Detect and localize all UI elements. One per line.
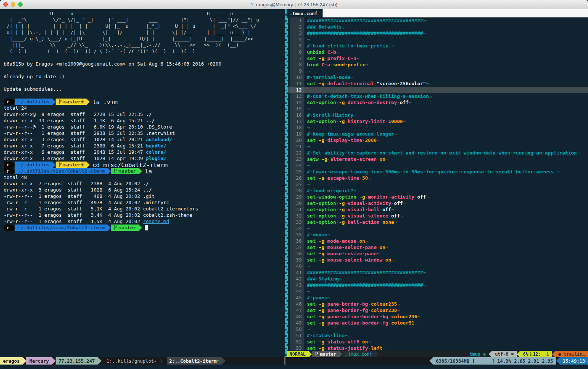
vim-line[interactable]: 7set·-g·prefix·C-a¬ xyxy=(287,55,588,62)
vim-line[interactable]: 34¬ xyxy=(287,225,588,232)
eol-marker: ¬ xyxy=(350,74,353,80)
vim-line[interactable]: 51#·status·line¬ xyxy=(287,332,588,339)
vim-tab-tmux-conf[interactable]: .tmux.conf xyxy=(287,9,323,17)
vim-line[interactable]: 5#·bind·ctrl+a·to·tmux·prefix.¬ xyxy=(287,43,588,49)
vim-line[interactable]: 49set·-g·pane-active-border-fg·colour51¬ xyxy=(287,320,588,326)
vim-line[interactable]: 21¬ xyxy=(287,143,588,150)
line-number: 44 xyxy=(290,288,304,295)
vim-line[interactable]: 14set-option·-g·detach-on-destroy·off¬ xyxy=(287,99,588,106)
prompt-arrow-segment: ↑ xyxy=(4,168,12,174)
vim-line[interactable]: 38set·-g·mouse-resize-pane¬ xyxy=(287,250,588,257)
terminal-area: ____ U ___ u _____ _____ _ U _____ u ___… xyxy=(0,9,588,369)
vim-buffer[interactable]: 1#######################################… xyxy=(287,17,588,351)
vim-line[interactable]: 2###·Defaults.¬ xyxy=(287,24,588,30)
vim-line[interactable]: 10#·terminal·mode¬ xyxy=(287,74,588,80)
line-number: 43 xyxy=(290,282,304,288)
powerline-separator-icon xyxy=(556,357,560,365)
change-sign-icon xyxy=(287,124,290,131)
vim-line[interactable]: 53set·-g·status-justify·left¬ xyxy=(287,345,588,351)
vim-line[interactable]: 18¬ xyxy=(287,124,588,131)
vim-line[interactable]: 6unbind·C-b¬ xyxy=(287,49,588,55)
ls-row: drwxr-xr-x 3 eragos staff 102B 14 Jul 20… xyxy=(4,136,285,143)
vim-line[interactable]: 28#·loud·or·quiet?¬ xyxy=(287,187,588,194)
vim-line[interactable]: 19#·keep·tmux·msgs·around·longer¬ xyxy=(287,131,588,137)
whitespace-dot: · xyxy=(388,320,391,326)
shell-prompt-line: ↑~/.dotfilesmaster±cd misc/Cobalt2-iterm xyxy=(4,162,285,168)
change-sign-icon xyxy=(287,295,290,301)
line-number: 2 xyxy=(290,24,304,30)
ls-row: drwxr-xr-x 7 eragos staff 238B 4 Aug 20:… xyxy=(4,180,285,187)
shell-pane[interactable]: ____ U ___ u _____ _____ _ U _____ u ___… xyxy=(0,9,285,357)
vim-line[interactable]: 33set-option·-g·bell-action·none¬ xyxy=(287,219,588,225)
vim-line[interactable]: 31set-option·-g·visual-bell·off¬ xyxy=(287,206,588,213)
shell-prompt-line[interactable]: ↑~/.dotfiles/misc/Cobalt2-itermmaster xyxy=(4,225,285,231)
vim-line[interactable]: 42###·Styling¬ xyxy=(287,276,588,282)
vim-line[interactable]: 16#·Scroll·History¬ xyxy=(287,112,588,118)
vim-line[interactable]: 35#·mouse¬ xyxy=(287,232,588,238)
vim-line[interactable]: 39set·-g·mouse-select-window·on¬ xyxy=(287,257,588,263)
vim-line[interactable]: 41######################################… xyxy=(287,269,588,276)
vim-line[interactable]: 17set-option·-g·history-limit·10000¬ xyxy=(287,118,588,124)
ls-row-name: colors/ xyxy=(146,149,166,155)
vim-line[interactable]: 36set·-g·mode-mouse·on¬ xyxy=(287,238,588,244)
vim-line[interactable]: 30set-option·-g·visual-activity·off¬ xyxy=(287,200,588,206)
ls-row-name[interactable]: readme.md xyxy=(143,219,169,224)
whitespace-dot: · xyxy=(324,245,327,250)
change-sign-icon xyxy=(287,36,290,43)
code-token: visual-silence xyxy=(348,213,389,219)
vim-line[interactable]: 47set·-g·pane-border-fg·colour238¬ xyxy=(287,307,588,313)
code-token: C-b xyxy=(327,49,336,55)
line-number: 42 xyxy=(290,276,304,282)
vim-line[interactable]: 27¬ xyxy=(287,181,588,187)
vim-line[interactable]: 43######################################… xyxy=(287,282,588,288)
vim-line[interactable]: 50¬ xyxy=(287,326,588,332)
vim-line[interactable]: 48set·-g·pane-active-border-bg·colour236… xyxy=(287,313,588,320)
vim-line[interactable]: 9¬ xyxy=(287,68,588,74)
statusline-fill xyxy=(379,351,467,357)
vim-line[interactable]: 26set·-s·escape-time·50¬ xyxy=(287,175,588,181)
ls-row: drwxr-xr-x 3 eragos staff 102B 6 Aug 15:… xyxy=(4,187,285,193)
code-text: set·-g·status-justify·left¬ xyxy=(304,345,588,351)
code-token: prefix xyxy=(327,56,345,61)
vim-line[interactable]: 37set·-g·mouse-select-pane·on¬ xyxy=(287,244,588,250)
code-token: -g xyxy=(318,345,324,351)
vim-line[interactable]: 13#·don't·detach·tmux·when·killing·a·ses… xyxy=(287,93,588,99)
vim-line[interactable]: 29set-window-option·-g·monitor-activity·… xyxy=(287,194,588,200)
whitespace-dot: · xyxy=(388,213,391,219)
eol-marker: ¬ xyxy=(377,137,380,143)
vim-line[interactable]: 20set·-g·display-time·2000¬ xyxy=(287,137,588,143)
vim-line[interactable]: 24¬ xyxy=(287,162,588,169)
code-token: -g xyxy=(318,56,324,61)
vim-line[interactable]: 32set-option·-g·visual-silence·off¬ xyxy=(287,213,588,219)
vim-line[interactable]: 25#·Lower·escape·timing·from·500ms·to·50… xyxy=(287,169,588,175)
line-number: 8 xyxy=(290,62,304,68)
tmux-window-item[interactable]: 1:..kills/gnuplot- xyxy=(102,357,159,365)
code-token: set-option xyxy=(307,100,336,105)
vim-line[interactable]: 15¬ xyxy=(287,106,588,112)
code-token: C-a xyxy=(321,62,330,67)
vim-pane[interactable]: .tmux.conf 1############################… xyxy=(287,9,588,357)
code-text: set·-g·pane-active-border-fg·colour51¬ xyxy=(304,320,588,326)
vim-line[interactable]: 23setw·-g·alternate-screen·on¬ xyxy=(287,156,588,162)
vim-line[interactable]: 4¬ xyxy=(287,36,588,43)
vim-line[interactable]: 46set·-g·pane-border-bg·colour235¬ xyxy=(287,301,588,307)
whitespace-dot: · xyxy=(324,345,327,351)
window-index: 1: xyxy=(104,358,112,364)
vim-line[interactable]: 3#######################################… xyxy=(287,30,588,36)
ls-row-name: .git xyxy=(143,193,155,199)
vim-line[interactable]: 8bind·C-a·send-prefix¬ xyxy=(287,62,588,68)
eol-marker: ¬ xyxy=(414,320,417,326)
vim-line[interactable]: 1#######################################… xyxy=(287,17,588,24)
text-cursor[interactable] xyxy=(145,225,148,230)
change-sign-icon xyxy=(287,301,290,307)
eol-marker: ¬ xyxy=(307,163,310,168)
eol-marker: ¬ xyxy=(397,308,400,313)
tmux-window-item-active[interactable]: 2:..Cobalt2-iterm* xyxy=(167,357,221,365)
vim-line[interactable]: 12¬ xyxy=(287,87,588,93)
vim-line[interactable]: 45#·panes¬ xyxy=(287,295,588,301)
vim-line[interactable]: 22#·Set·ability·to·capture·on·start·and·… xyxy=(287,150,588,156)
vim-line[interactable]: 11set·-g·default-terminal·"screen-256col… xyxy=(287,80,588,87)
vim-line[interactable]: 44¬ xyxy=(287,288,588,295)
vim-line[interactable]: 52set·-g·status-utf8·on¬ xyxy=(287,339,588,345)
vim-line[interactable]: 40¬ xyxy=(287,263,588,269)
